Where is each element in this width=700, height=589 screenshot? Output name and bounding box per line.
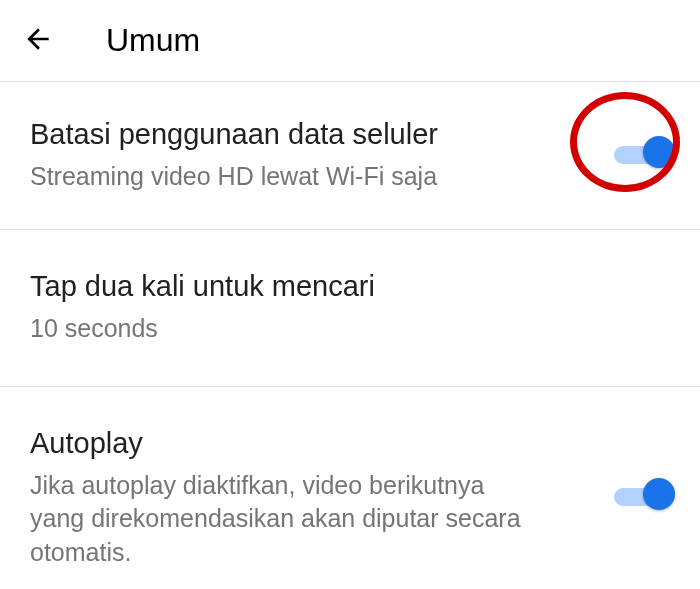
arrow-left-icon xyxy=(22,23,54,59)
setting-double-tap-seek[interactable]: Tap dua kali untuk mencari 10 seconds xyxy=(0,230,700,386)
toggle-thumb xyxy=(643,478,675,510)
setting-limit-mobile-data[interactable]: Batasi penggunaan data seluler Streaming… xyxy=(0,82,700,230)
setting-title: Batasi penggunaan data seluler xyxy=(30,116,614,154)
toggle-thumb xyxy=(643,136,675,168)
setting-text-block: Batasi penggunaan data seluler Streaming… xyxy=(30,116,614,193)
setting-subtitle: Jika autoplay diaktifkan, video berikutn… xyxy=(30,469,540,570)
back-button[interactable] xyxy=(18,21,58,61)
toggle-autoplay[interactable] xyxy=(614,485,670,509)
app-header: Umum xyxy=(0,0,700,82)
settings-list: Batasi penggunaan data seluler Streaming… xyxy=(0,82,700,589)
page-title: Umum xyxy=(106,22,200,59)
setting-autoplay[interactable]: Autoplay Jika autoplay diaktifkan, video… xyxy=(0,387,700,589)
toggle-limit-mobile-data[interactable] xyxy=(614,143,670,167)
setting-subtitle: Streaming video HD lewat Wi-Fi saja xyxy=(30,160,540,194)
setting-title: Tap dua kali untuk mencari xyxy=(30,268,670,306)
setting-title: Autoplay xyxy=(30,425,614,463)
setting-text-block: Autoplay Jika autoplay diaktifkan, video… xyxy=(30,425,614,570)
setting-text-block: Tap dua kali untuk mencari 10 seconds xyxy=(30,268,670,345)
setting-subtitle: 10 seconds xyxy=(30,312,540,346)
